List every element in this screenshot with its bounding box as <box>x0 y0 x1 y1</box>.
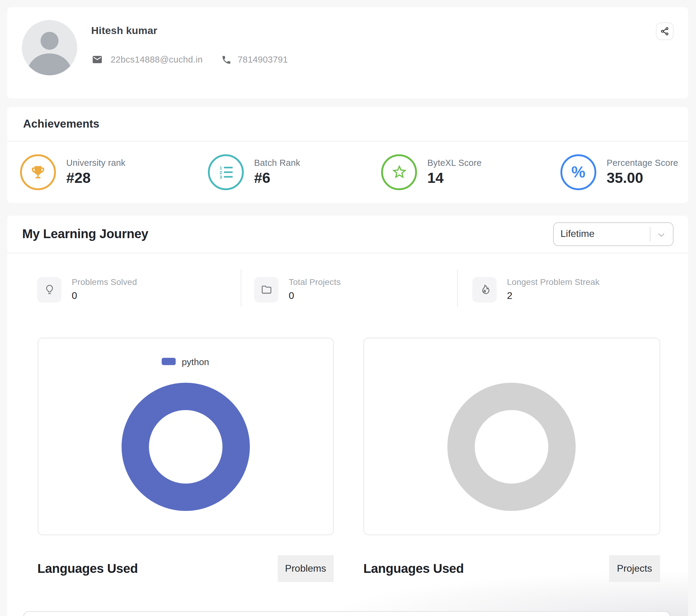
next-section-card <box>23 611 670 616</box>
avatar <box>22 20 77 75</box>
achievement-bytexl-score: ByteXL Score 14 <box>381 154 560 190</box>
stats-divider <box>457 269 457 307</box>
stat-icon-tile <box>472 277 496 302</box>
profile-email: 22bcs14888@cuchd.in <box>111 55 203 64</box>
stats-divider <box>240 269 241 307</box>
person-icon <box>22 20 77 75</box>
stat-label: Longest Problem Streak <box>507 277 600 287</box>
achievement-circle <box>381 154 417 190</box>
achievements-row: University rank #28 1 2 3 Batch Rank #6 <box>7 142 688 202</box>
phone-icon <box>221 54 231 65</box>
legend-label: python <box>182 357 209 366</box>
profile-phone: 7814903791 <box>238 55 288 64</box>
projects-donut-chart <box>448 383 576 510</box>
learning-journey-header: My Learning Journey Lifetime <box>7 216 688 253</box>
learning-journey-title: My Learning Journey <box>22 227 148 242</box>
achievements-header: Achievements <box>7 107 688 142</box>
trophy-icon <box>30 164 46 180</box>
languages-used-heading: Languages Used <box>364 561 464 576</box>
stat-value: 2 <box>507 290 600 301</box>
achievements-title: Achievements <box>23 117 99 131</box>
achievement-value: #6 <box>254 169 300 186</box>
achievement-circle: 1 2 3 <box>208 154 244 190</box>
stat-text: Problems Solved 0 <box>72 277 137 302</box>
achievement-text: Percentage Score 35.00 <box>607 158 678 186</box>
achievement-label: Batch Rank <box>254 158 300 167</box>
achievement-university-rank: University rank #28 <box>20 154 208 190</box>
achievement-text: Batch Rank #6 <box>254 158 300 186</box>
stat-total-projects: Total Projects 0 <box>254 277 341 302</box>
select-divider <box>649 227 650 241</box>
svg-text:3: 3 <box>219 174 222 179</box>
achievement-batch-rank: 1 2 3 Batch Rank #6 <box>208 154 381 190</box>
stat-label: Problems Solved <box>72 277 137 287</box>
achievement-circle: % <box>560 154 596 190</box>
timeframe-value: Lifetime <box>560 229 595 240</box>
projects-badge[interactable]: Projects <box>609 555 660 582</box>
problems-donut-chart <box>121 383 250 510</box>
stat-text: Longest Problem Streak 2 <box>507 277 600 302</box>
problems-languages-bar: Languages Used Problems <box>37 555 333 582</box>
problems-badge[interactable]: Problems <box>278 555 333 582</box>
projects-languages-chart-card <box>364 338 660 535</box>
share-button[interactable] <box>656 22 674 40</box>
chart-legend[interactable]: python <box>38 357 333 366</box>
projects-languages-bar: Languages Used Projects <box>364 555 660 582</box>
folder-icon <box>260 283 273 296</box>
timeframe-select[interactable]: Lifetime <box>553 222 674 246</box>
stat-text: Total Projects 0 <box>289 277 341 302</box>
problems-languages-chart-card: python <box>37 338 333 535</box>
learning-journey-section: My Learning Journey Lifetime Problems So… <box>7 216 688 616</box>
mail-icon <box>92 54 103 65</box>
star-icon <box>391 163 408 180</box>
profile-name: Hitesh kumar <box>91 26 157 36</box>
achievement-value: 14 <box>427 169 482 186</box>
share-icon <box>660 27 669 36</box>
achievement-label: University rank <box>66 158 126 167</box>
percent-icon: % <box>571 162 585 181</box>
chevron-down-icon <box>657 231 666 239</box>
bulb-icon <box>43 283 56 296</box>
numbered-list-icon: 1 2 3 <box>218 164 234 180</box>
achievement-circle <box>20 154 56 190</box>
languages-used-heading: Languages Used <box>37 561 138 576</box>
achievement-label: Percentage Score <box>607 158 678 167</box>
achievement-text: University rank #28 <box>66 158 126 186</box>
stat-label: Total Projects <box>289 277 341 287</box>
profile-card: Hitesh kumar 22bcs14888@cuchd.in 7814903… <box>7 7 688 98</box>
achievement-label: ByteXL Score <box>427 158 482 167</box>
legend-swatch <box>162 358 176 365</box>
flame-icon <box>478 283 491 296</box>
stat-icon-tile <box>254 277 279 302</box>
stat-value: 0 <box>289 290 341 301</box>
stat-problems-solved: Problems Solved 0 <box>37 277 137 302</box>
stat-value: 0 <box>72 290 137 301</box>
page: { "page": { "background": "#f7f7f8" }, "… <box>0 0 696 616</box>
achievement-text: ByteXL Score 14 <box>427 158 482 186</box>
achievement-value: 35.00 <box>607 169 678 186</box>
stat-icon-tile <box>37 277 61 302</box>
stat-longest-streak: Longest Problem Streak 2 <box>472 277 600 302</box>
achievement-percentage-score: % Percentage Score 35.00 <box>560 154 688 190</box>
achievement-value: #28 <box>66 169 126 186</box>
contact-row: 22bcs14888@cuchd.in 7814903791 <box>92 51 288 68</box>
achievements-section: Achievements University rank #28 1 2 3 <box>7 107 688 202</box>
